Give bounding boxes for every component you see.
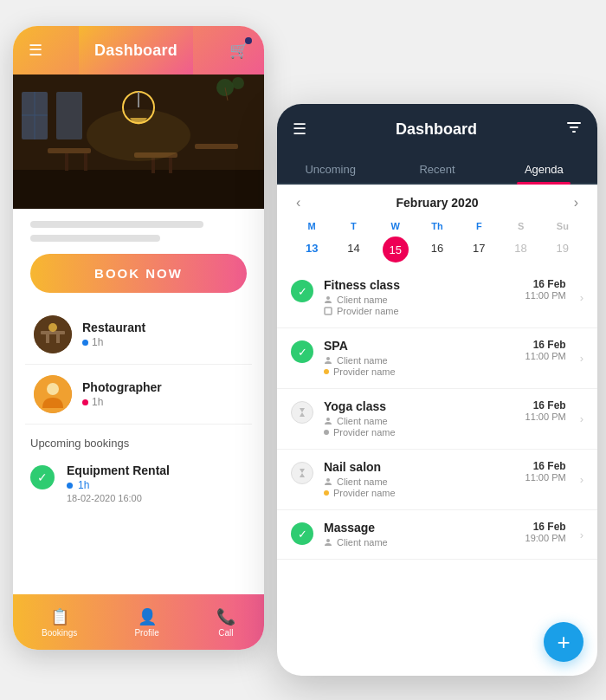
agenda-item-fitness[interactable]: ✓ Fitness class Client name Provider nam… — [277, 268, 597, 328]
svg-rect-1 — [13, 170, 264, 209]
agenda-sub1-text-massage: Client name — [337, 537, 388, 548]
cal-date-13[interactable]: 13 — [291, 237, 332, 262]
cart-badge — [245, 37, 252, 44]
svg-rect-4 — [195, 144, 238, 149]
placeholder-lines — [13, 209, 264, 242]
cal-date-19[interactable]: 19 — [542, 237, 583, 262]
day-name-sat: S — [500, 219, 541, 233]
day-name-wed: W — [375, 219, 416, 233]
person-icon — [324, 417, 332, 425]
person-icon — [324, 295, 332, 304]
service-duration-restaurant: 1h — [92, 336, 103, 348]
cal-date-16[interactable]: 16 — [416, 237, 458, 262]
nav-item-bookings[interactable]: 📋 Bookings — [42, 607, 77, 638]
tab-recent-label: Recent — [419, 163, 455, 176]
agenda-time-yoga: 11:00 PM — [525, 412, 566, 422]
tab-agenda[interactable]: Agenda — [491, 154, 597, 183]
tab-recent[interactable]: Recent — [384, 154, 490, 183]
agenda-item-yoga[interactable]: Yoga class Client name Provider name 16 … — [277, 389, 597, 450]
agenda-status-yoga — [291, 401, 313, 424]
tab-uncoming-label: Uncoming — [305, 163, 356, 176]
booking-meta: 1h — [67, 479, 170, 491]
cal-date-14[interactable]: 14 — [332, 237, 374, 262]
agenda-date-massage: 16 Feb 19:00 PM — [525, 521, 566, 543]
list-item[interactable]: Restaurant 1h — [25, 305, 252, 365]
bottom-nav: 📋 Bookings 👤 Profile 📞 Call — [13, 594, 264, 650]
cal-prev-arrow[interactable]: ‹ — [291, 193, 306, 212]
calendar-day-names: M T W Th F S Su — [291, 219, 583, 233]
nav-label-call: Call — [218, 628, 233, 638]
placeholder-line — [30, 221, 203, 228]
booking-item[interactable]: ✓ Equipment Rental 1h 18-02-2020 16:00 — [13, 455, 264, 512]
svg-point-11 — [87, 109, 190, 161]
agenda-details-spa: SPA Client name Provider name — [324, 339, 515, 378]
day-name-tue: T — [332, 219, 374, 233]
nav-label-profile: Profile — [134, 628, 158, 638]
service-dot-blue — [82, 340, 88, 346]
box-icon — [324, 307, 332, 315]
list-item[interactable]: Photographer 1h — [25, 365, 252, 425]
booking-name: Equipment Rental — [67, 463, 170, 477]
cal-next-arrow[interactable]: › — [569, 193, 583, 212]
agenda-status-spa: ✓ — [291, 340, 313, 363]
svg-rect-22 — [56, 334, 60, 343]
agenda-date-label-fitness: 16 Feb — [525, 278, 566, 290]
cal-date-17[interactable]: 17 — [458, 237, 500, 262]
agenda-date-label-yoga: 16 Feb — [525, 399, 566, 412]
service-list: Restaurant 1h Photographer — [13, 305, 264, 425]
agenda-sub1-yoga: Client name — [324, 416, 515, 426]
agenda-date-nail: 16 Feb 11:00 PM — [525, 460, 566, 483]
service-duration-photographer: 1h — [92, 396, 103, 408]
booking-check-icon: ✓ — [30, 465, 55, 489]
day-name-sun: Su — [542, 219, 583, 233]
agenda-name-fitness: Fitness class — [324, 278, 515, 292]
restaurant-svg — [13, 75, 264, 209]
agenda-sub1-text-nail: Client name — [337, 476, 388, 487]
agenda-item-massage[interactable]: ✓ Massage Client name 16 Feb 19:00 PM › — [277, 510, 597, 560]
back-phone-header: ☰ Dashboard 🛒 — [13, 26, 264, 75]
agenda-date-fitness: 16 Feb 11:00 PM — [525, 278, 566, 301]
cal-date-15[interactable]: 15 — [383, 237, 409, 262]
service-meta-restaurant: 1h — [82, 336, 145, 348]
service-avatar-photographer — [34, 375, 72, 413]
svg-point-25 — [47, 383, 59, 395]
svg-rect-6 — [84, 153, 87, 171]
filter-icon[interactable] — [566, 120, 582, 139]
agenda-details-yoga: Yoga class Client name Provider name — [324, 399, 515, 438]
agenda-sub1-fitness: Client name — [324, 295, 515, 305]
agenda-item-nail[interactable]: Nail salon Client name Provider name 16 … — [277, 450, 597, 510]
svg-point-30 — [326, 478, 330, 482]
agenda-status-fitness: ✓ — [291, 280, 313, 302]
agenda-time-massage: 19:00 PM — [525, 533, 566, 543]
book-now-button[interactable]: BOOK NOW — [30, 254, 247, 293]
back-phone: ☰ Dashboard 🛒 — [13, 26, 264, 650]
agenda-item-spa[interactable]: ✓ SPA Client name Provider name 16 Feb 1… — [277, 328, 597, 389]
hamburger-icon[interactable]: ☰ — [29, 41, 42, 60]
svg-point-28 — [326, 357, 330, 360]
booking-duration: 1h — [78, 479, 89, 491]
cal-date-18[interactable]: 18 — [500, 237, 541, 262]
calendar-month: February 2020 — [396, 196, 479, 210]
agenda-sub2-nail: Provider name — [324, 488, 515, 498]
nav-item-call[interactable]: 📞 Call — [216, 607, 235, 638]
agenda-sub1-nail: Client name — [324, 476, 515, 487]
svg-rect-8 — [169, 158, 172, 173]
agenda-time-nail: 11:00 PM — [525, 472, 566, 483]
fab-button[interactable]: + — [544, 622, 583, 662]
nav-item-profile[interactable]: 👤 Profile — [134, 607, 158, 638]
svg-point-29 — [326, 418, 330, 421]
day-name-fri: F — [458, 219, 500, 233]
cart-icon-wrap[interactable]: 🛒 — [229, 41, 248, 60]
agenda-name-yoga: Yoga class — [324, 399, 515, 413]
photographer-avatar-svg — [34, 375, 72, 413]
upcoming-bookings-label: Upcoming bookings — [13, 425, 264, 455]
front-hamburger-icon[interactable]: ☰ — [293, 120, 306, 139]
service-name-restaurant: Restaurant — [82, 321, 145, 334]
svg-rect-2 — [48, 148, 91, 153]
agenda-name-nail: Nail salon — [324, 460, 515, 474]
restaurant-image — [13, 75, 264, 209]
calendar-nav: ‹ February 2020 › — [291, 193, 583, 212]
back-phone-title: Dashboard — [79, 26, 193, 75]
tab-uncoming[interactable]: Uncoming — [277, 154, 384, 183]
day-name-mon: M — [291, 219, 332, 233]
